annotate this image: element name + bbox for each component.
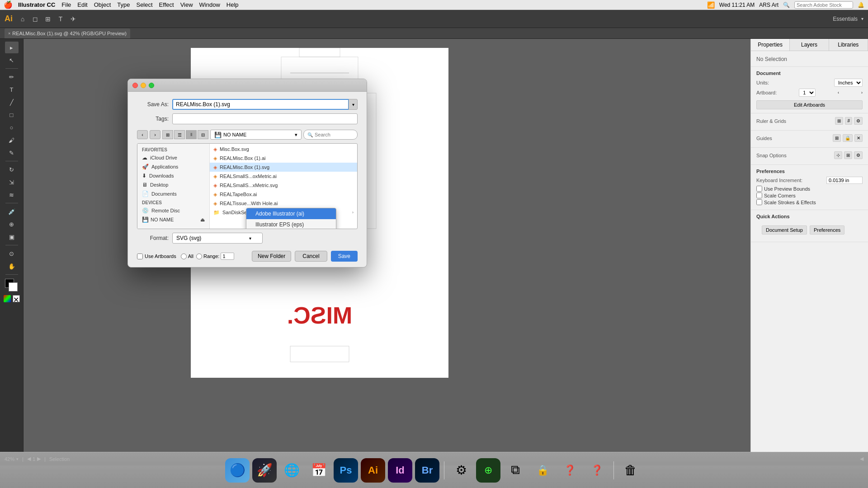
hand-tool[interactable]: ✋ xyxy=(5,260,19,272)
document-tab[interactable]: × REALMisc.Box (1).svg @ 42% (RGB/GPU Pr… xyxy=(5,28,130,38)
tab-close-icon[interactable]: × xyxy=(8,31,10,36)
tags-input[interactable] xyxy=(172,113,358,124)
edit-artboards-button[interactable]: Edit Artboards xyxy=(756,100,863,109)
filename-input[interactable] xyxy=(172,99,349,110)
dock-unknown-1[interactable]: ❓ xyxy=(557,458,582,483)
dock-launchpad[interactable]: 🚀 xyxy=(252,458,277,483)
home-icon[interactable]: ⌂ xyxy=(18,14,27,23)
list-view-btn[interactable]: ☰ xyxy=(174,130,185,139)
sidebar-remote-disc[interactable]: 💿 Remote Disc xyxy=(137,206,209,215)
no-name-eject[interactable]: ⏏ xyxy=(200,217,205,223)
selection-tool[interactable]: ▸ xyxy=(5,42,19,53)
scale-corners-check[interactable] xyxy=(756,192,762,198)
libraries-tab[interactable]: Libraries xyxy=(829,39,868,51)
keyboard-value-input[interactable] xyxy=(826,177,863,184)
snap-grid-btn[interactable]: ⊞ xyxy=(844,151,852,159)
minimize-button[interactable] xyxy=(141,83,146,88)
dock-pcb[interactable]: ⊕ xyxy=(476,458,500,483)
sidebar-no-name[interactable]: 💾 NO NAME ⏏ xyxy=(137,215,209,224)
format-option-eps[interactable]: Illustrator EPS (eps) xyxy=(246,219,336,229)
new-folder-button[interactable]: New Folder xyxy=(252,251,291,262)
menu-type[interactable]: Type xyxy=(117,1,130,8)
menu-file[interactable]: File xyxy=(61,1,71,8)
browser-search[interactable]: 🔍 xyxy=(303,130,358,140)
gradient-tool[interactable]: ▣ xyxy=(5,231,19,243)
guides-lock-btn[interactable]: 🔒 xyxy=(843,134,853,142)
brush-tool[interactable]: 🖌 xyxy=(5,134,19,146)
file-realmisc-1-svg[interactable]: ◈ REALMisc.Box (1).svg xyxy=(210,163,357,172)
blend-tool[interactable]: ⊕ xyxy=(5,218,19,230)
direct-selection-tool[interactable]: ↖ xyxy=(5,54,19,66)
grid-btn[interactable]: # xyxy=(845,117,852,125)
artboard-select[interactable]: 1 xyxy=(799,89,816,97)
preferences-button[interactable]: Preferences xyxy=(810,225,844,235)
use-artboards-input[interactable] xyxy=(137,253,143,259)
all-radio-label[interactable]: All xyxy=(181,253,193,259)
warp-tool[interactable]: ≋ xyxy=(5,189,19,201)
range-radio[interactable] xyxy=(196,253,202,259)
transform-icon[interactable]: ◻ xyxy=(31,14,40,23)
canvas-area[interactable]: MISC. Save As: xyxy=(24,39,750,452)
send-icon[interactable]: ✈ xyxy=(69,14,78,23)
sidebar-desktop[interactable]: 🖥 Desktop xyxy=(137,180,209,189)
menu-effect[interactable]: Effect xyxy=(159,1,174,8)
filename-arrow[interactable]: ▾ xyxy=(349,99,358,110)
next-artboard[interactable]: › xyxy=(861,90,863,95)
cover-view-btn[interactable]: ⊟ xyxy=(198,130,208,139)
location-bar[interactable]: 💾 NO NAME ▾ xyxy=(210,130,302,140)
dock-photoshop[interactable]: Ps xyxy=(334,458,358,483)
sidebar-applications[interactable]: 🚀 Applications xyxy=(137,162,209,171)
properties-tab[interactable]: Properties xyxy=(751,39,790,51)
file-misc-box-svg[interactable]: ◈ Misc.Box.svg xyxy=(210,145,357,154)
sidebar-downloads[interactable]: ⬇ Downloads xyxy=(137,171,209,180)
dock-illustrator[interactable]: Ai xyxy=(361,458,385,483)
search-stock-icon[interactable]: 🔍 xyxy=(783,2,790,8)
guides-clear-btn[interactable]: ✕ xyxy=(854,134,863,142)
grid-settings-btn[interactable]: ⚙ xyxy=(854,117,863,125)
dock-parallels[interactable]: ⧉ xyxy=(503,458,528,483)
layers-tab[interactable]: Layers xyxy=(790,39,829,51)
use-preview-bounds-row[interactable]: Use Preview Bounds xyxy=(756,186,863,192)
units-select[interactable]: Inches xyxy=(834,79,863,87)
maximize-button[interactable] xyxy=(149,83,154,88)
save-button[interactable]: Save xyxy=(331,251,358,262)
document-setup-button[interactable]: Document Setup xyxy=(762,225,807,235)
essentials-dropdown[interactable]: Essentials xyxy=(833,16,858,22)
type-tool[interactable]: T xyxy=(5,84,19,95)
ruler-btn[interactable]: ⊞ xyxy=(835,117,843,125)
file-realsmalls-metric-ai[interactable]: ◈ REALSmallS...oxMetric.ai xyxy=(210,172,357,181)
file-realmisc-1-ai[interactable]: ◈ REALMisc.Box (1).ai xyxy=(210,154,357,163)
none-btn[interactable]: ✕ xyxy=(13,295,20,302)
search-input[interactable] xyxy=(315,132,351,137)
menu-window[interactable]: Window xyxy=(199,1,220,8)
dock-vpn[interactable]: 🔒 xyxy=(530,458,555,483)
use-artboards-checkbox[interactable]: Use Artboards xyxy=(137,253,176,259)
pen-tool[interactable]: ✏ xyxy=(5,71,19,83)
back-button[interactable]: ‹ xyxy=(137,130,148,139)
snap-point-btn[interactable]: ⊹ xyxy=(834,151,842,159)
scale-corners-row[interactable]: Scale Corners xyxy=(756,192,863,198)
file-realtissue-ai[interactable]: ◈ REALTissue...With Hole.ai xyxy=(210,199,357,208)
dock-indesign[interactable]: Id xyxy=(388,458,412,483)
background-color[interactable] xyxy=(9,282,18,291)
forward-button[interactable]: › xyxy=(150,130,160,139)
pencil-tool[interactable]: ✎ xyxy=(5,147,19,159)
close-button[interactable] xyxy=(132,83,138,88)
zoom-tool[interactable]: ⊙ xyxy=(5,248,19,259)
scale-strokes-check[interactable] xyxy=(756,199,762,205)
dock-trash[interactable]: 🗑 xyxy=(618,458,643,483)
prev-artboard[interactable]: ‹ xyxy=(838,90,839,95)
rect-tool[interactable]: □ xyxy=(5,109,19,121)
scale-strokes-row[interactable]: Scale Strokes & Effects xyxy=(756,199,863,205)
color-mode-btn[interactable] xyxy=(4,295,11,302)
menu-help[interactable]: Help xyxy=(226,1,239,8)
rotate-tool[interactable]: ↻ xyxy=(5,164,19,175)
format-select-button[interactable]: SVG (svg) ▾ xyxy=(172,233,263,244)
all-radio[interactable] xyxy=(181,253,187,259)
sidebar-documents[interactable]: 📄 Documents xyxy=(137,189,209,198)
menu-app[interactable]: Illustrator CC xyxy=(18,1,55,8)
scale-tool[interactable]: ⇲ xyxy=(5,176,19,188)
dock-finder[interactable]: 🔵 xyxy=(225,458,250,483)
format-option-ai[interactable]: Adobe Illustrator (ai) xyxy=(246,208,336,219)
cancel-button[interactable]: Cancel xyxy=(295,251,327,262)
